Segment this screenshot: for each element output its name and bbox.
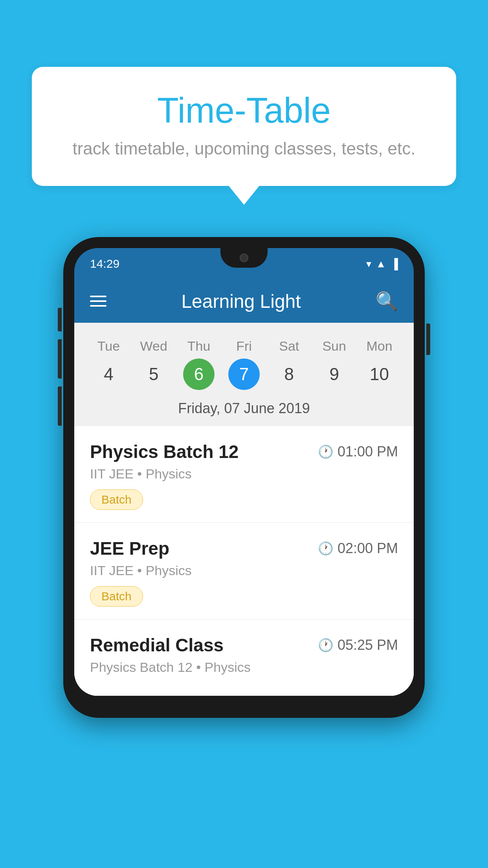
schedule-time-value-2: 02:00 PM xyxy=(338,540,398,557)
day-name-sun: Sun xyxy=(322,338,346,354)
signal-icon: ▲ xyxy=(376,258,386,270)
calendar-days-row: Tue 4 Wed 5 Thu 6 Fri 7 xyxy=(86,331,402,394)
day-col-sun[interactable]: Sun 9 xyxy=(315,338,354,390)
schedule-time-value-1: 01:00 PM xyxy=(338,443,398,460)
clock-icon-3: 🕐 xyxy=(318,638,334,653)
schedule-time-value-3: 05:25 PM xyxy=(338,637,398,653)
schedule-time-2: 🕐 02:00 PM xyxy=(318,540,398,557)
calendar-section: Tue 4 Wed 5 Thu 6 Fri 7 xyxy=(74,323,414,426)
phone-notch xyxy=(220,248,268,268)
schedule-detail-1: IIT JEE • Physics xyxy=(90,466,398,482)
day-name-wed: Wed xyxy=(140,338,167,354)
bubble-title: Time-Table xyxy=(63,90,425,131)
battery-icon: ▐ xyxy=(391,258,398,270)
day-name-sat: Sat xyxy=(279,338,299,354)
day-col-tue[interactable]: Tue 4 xyxy=(89,338,128,390)
wifi-icon: ▾ xyxy=(366,258,371,270)
day-col-wed[interactable]: Wed 5 xyxy=(134,338,173,390)
status-time: 14:29 xyxy=(90,257,119,270)
day-name-mon: Mon xyxy=(366,338,392,354)
side-button-left-1 xyxy=(58,308,62,331)
day-col-thu[interactable]: Thu 6 xyxy=(179,338,218,390)
search-button[interactable]: 🔍 xyxy=(376,291,398,312)
day-num-tue: 4 xyxy=(93,359,124,390)
batch-tag-1: Batch xyxy=(90,489,143,510)
day-num-mon: 10 xyxy=(363,359,395,390)
status-icons: ▾ ▲ ▐ xyxy=(366,258,398,270)
app-title: Learning Light xyxy=(181,291,301,312)
schedule-detail-3: Physics Batch 12 • Physics xyxy=(90,660,398,675)
day-name-tue: Tue xyxy=(97,338,120,354)
day-name-thu: Thu xyxy=(187,338,211,354)
schedule-container: Physics Batch 12 🕐 01:00 PM IIT JEE • Ph… xyxy=(74,426,414,696)
clock-icon-1: 🕐 xyxy=(318,444,334,459)
day-num-sun: 9 xyxy=(319,359,350,390)
menu-button[interactable] xyxy=(90,296,106,307)
schedule-detail-2: IIT JEE • Physics xyxy=(90,563,398,578)
batch-tag-2: Batch xyxy=(90,586,143,607)
schedule-item-2[interactable]: JEE Prep 🕐 02:00 PM IIT JEE • Physics Ba… xyxy=(74,523,414,620)
status-bar: 14:29 ▾ ▲ ▐ xyxy=(74,248,414,280)
schedule-item-1[interactable]: Physics Batch 12 🕐 01:00 PM IIT JEE • Ph… xyxy=(74,426,414,523)
app-bar: Learning Light 🔍 xyxy=(74,280,414,323)
phone-bottom xyxy=(74,696,414,707)
day-num-thu: 6 xyxy=(183,359,215,390)
schedule-item-3[interactable]: Remedial Class 🕐 05:25 PM Physics Batch … xyxy=(74,620,414,696)
day-num-fri: 7 xyxy=(228,359,260,390)
schedule-header-3: Remedial Class 🕐 05:25 PM xyxy=(90,634,398,656)
side-button-left-2 xyxy=(58,339,62,379)
day-name-fri: Fri xyxy=(236,338,252,354)
phone-frame: 14:29 ▾ ▲ ▐ Learning Light 🔍 xyxy=(63,237,425,718)
phone-mockup: 14:29 ▾ ▲ ▐ Learning Light 🔍 xyxy=(63,237,425,718)
phone-screen: Learning Light 🔍 Tue 4 Wed 5 Thu xyxy=(74,280,414,696)
speech-bubble-card: Time-Table track timetable, upcoming cla… xyxy=(32,67,456,186)
schedule-title-2: JEE Prep xyxy=(90,538,169,559)
schedule-title-3: Remedial Class xyxy=(90,634,224,656)
clock-icon-2: 🕐 xyxy=(318,541,334,556)
day-col-sat[interactable]: Sat 8 xyxy=(270,338,309,390)
bubble-subtitle: track timetable, upcoming classes, tests… xyxy=(63,139,425,158)
day-col-mon[interactable]: Mon 10 xyxy=(360,338,399,390)
schedule-time-1: 🕐 01:00 PM xyxy=(318,443,398,460)
side-button-right xyxy=(426,324,430,355)
day-num-sat: 8 xyxy=(273,359,305,390)
schedule-header-2: JEE Prep 🕐 02:00 PM xyxy=(90,538,398,559)
camera-dot xyxy=(240,254,248,262)
day-col-fri[interactable]: Fri 7 xyxy=(224,338,264,390)
schedule-header-1: Physics Batch 12 🕐 01:00 PM xyxy=(90,441,398,462)
schedule-time-3: 🕐 05:25 PM xyxy=(318,637,398,653)
schedule-title-1: Physics Batch 12 xyxy=(90,441,238,462)
day-num-wed: 5 xyxy=(138,359,169,390)
side-button-left-3 xyxy=(58,386,62,426)
selected-date-label: Friday, 07 June 2019 xyxy=(86,394,402,426)
